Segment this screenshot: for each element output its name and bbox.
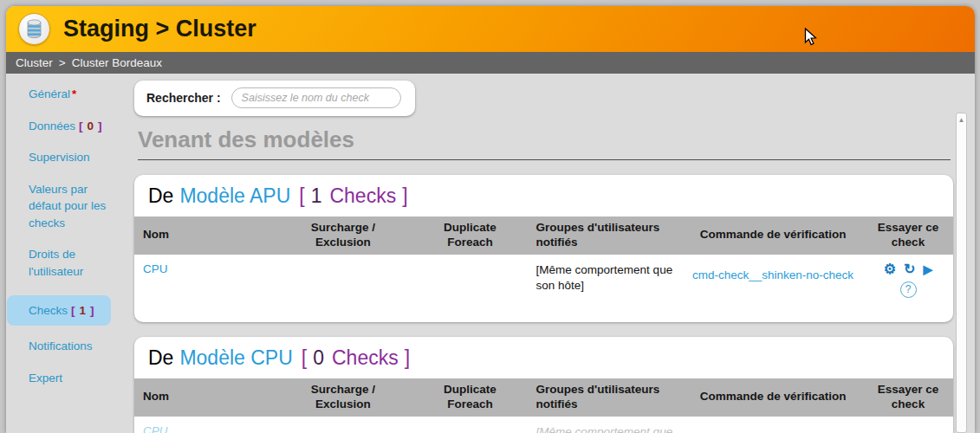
sidebar-item-general[interactable]: Général* [7,86,129,103]
checks-card-modele-apu: DeModèle APU[1Checks] Nom Surcharge / Ex… [134,175,953,322]
breadcrumb-separator: > [59,56,66,69]
command-link[interactable]: cmd-check__shinken-no-check [692,268,853,281]
required-asterisk: * [72,87,76,100]
bracket-open: [ [71,304,75,317]
duplicate-cell [412,417,527,433]
gear-icon[interactable]: ⚙ [884,262,896,276]
command-link: cmd-check__shinken-no-check [692,430,853,433]
card-title: DeModèle CPU[0Checks] [134,337,953,378]
col-essayer-check: Essayer ce check [863,216,953,255]
table-header-row: Nom Surcharge / Exclusion Duplicate Fore… [134,216,953,255]
col-surcharge: Surcharge / Exclusion [274,378,413,417]
bracket-open: [ [302,346,307,369]
sidebar-item-label: Checks [29,304,68,317]
sidebar-item-checks[interactable]: Checks[1] [7,295,111,326]
col-surcharge: Surcharge / Exclusion [274,216,413,255]
bracket-close: ] [405,346,410,369]
sidebar-item-label: Droits de l'utilisateur [29,248,83,278]
card-title: DeModèle APU[1Checks] [134,175,953,216]
checks-label: Checks [329,184,396,207]
play-icon[interactable]: ▶ [923,263,932,275]
page-title: Staging > Cluster [63,16,256,42]
table-row-inherited: CPU Caché [Même comportement que son hôt… [134,417,953,433]
check-name-link[interactable]: CPU [143,424,168,433]
bracket-close: ] [90,304,94,317]
checks-count: 0 [313,346,324,369]
check-name-link[interactable]: CPU [143,262,168,275]
model-link[interactable]: Modèle APU [179,184,290,207]
checks-table: Nom Surcharge / Exclusion Duplicate Fore… [134,216,953,305]
bracket-open: [ [79,120,83,132]
sidebar-item-valeurs-par-defaut[interactable]: Valeurs par défaut pour les checks [7,181,118,232]
database-icon-glyph [26,19,42,39]
sidebar-item-label: Supervision [29,151,90,164]
actions-cell [863,417,953,433]
groups-cell: [Même comportement que son hôte] [536,263,673,292]
main-content: Rechercher : Venant des modèles DeModèle… [129,74,975,433]
col-nom: Nom [134,216,274,255]
surcharge-cell [274,417,413,433]
col-duplicate-foreach: Duplicate Foreach [412,216,527,255]
sidebar-item-droits-utilisateur[interactable]: Droits de l'utilisateur [7,246,111,280]
sidebar-item-donnees[interactable]: Données[0] [7,118,129,135]
sidebar-item-label: Valeurs par défaut pour les checks [29,183,106,229]
vertical-scrollbar[interactable]: ▲ [956,113,967,433]
sidebar-item-label: Expert [29,372,62,385]
app-header: Staging > Cluster [6,6,975,52]
breadcrumb: Cluster > Cluster Bordeaux [6,52,975,74]
checks-count: 1 [311,184,322,207]
table-header-row: Nom Surcharge / Exclusion Duplicate Fore… [134,378,953,417]
table-row: CPU [Même comportement que son hôte] cmd… [134,255,953,305]
col-nom: Nom [134,378,274,417]
duplicate-cell [412,255,527,305]
breadcrumb-cluster-bordeaux[interactable]: Cluster Bordeaux [72,56,162,69]
sidebar-item-supervision[interactable]: Supervision [7,149,129,166]
sidebar-item-label: Général [29,87,70,100]
sidebar-item-notifications[interactable]: Notifications [7,338,129,355]
sidebar-item-label: Données [29,120,75,132]
section-title: Venant des modèles [138,126,951,160]
search-card: Rechercher : [134,81,415,116]
bracket-close: ] [98,120,102,132]
help-icon[interactable]: ? [900,281,917,298]
col-commande-verification: Commande de vérification [683,378,863,417]
bracket-open: [ [299,184,304,207]
count-badge: 1 [75,304,91,317]
checks-card-modele-cpu: DeModèle CPU[0Checks] Nom Surcharge / Ex… [134,337,953,433]
col-commande-verification: Commande de vérification [683,216,863,255]
search-input[interactable] [231,87,401,108]
scroll-up-icon[interactable]: ▲ [957,113,966,124]
groups-cell: [Même comportement que son hôte] [536,425,673,433]
model-link[interactable]: Modèle CPU [179,346,292,369]
breadcrumb-cluster[interactable]: Cluster [16,56,53,69]
col-essayer-check: Essayer ce check [863,378,953,417]
sidebar-item-expert[interactable]: Expert [7,370,129,387]
title-prefix: De [148,184,173,207]
checks-table: Nom Surcharge / Exclusion Duplicate Fore… [134,378,953,433]
title-prefix: De [148,346,173,369]
col-groupes-notifies: Groupes d'utilisateurs notifiés [528,216,684,255]
sync-icon[interactable]: ↻ [904,262,915,276]
surcharge-cell [274,255,413,305]
database-icon [18,13,50,45]
count-badge: 0 [83,120,99,132]
col-groupes-notifies: Groupes d'utilisateurs notifiés [528,378,684,417]
sidebar-item-label: Notifications [29,339,93,352]
search-label: Rechercher : [146,91,221,105]
bracket-close: ] [402,184,407,207]
col-duplicate-foreach: Duplicate Foreach [412,378,527,417]
app-window: Staging > Cluster Cluster > Cluster Bord… [6,6,975,433]
sidebar: Général* Données[0] Supervision Valeurs … [6,74,129,433]
checks-label: Checks [332,346,399,369]
